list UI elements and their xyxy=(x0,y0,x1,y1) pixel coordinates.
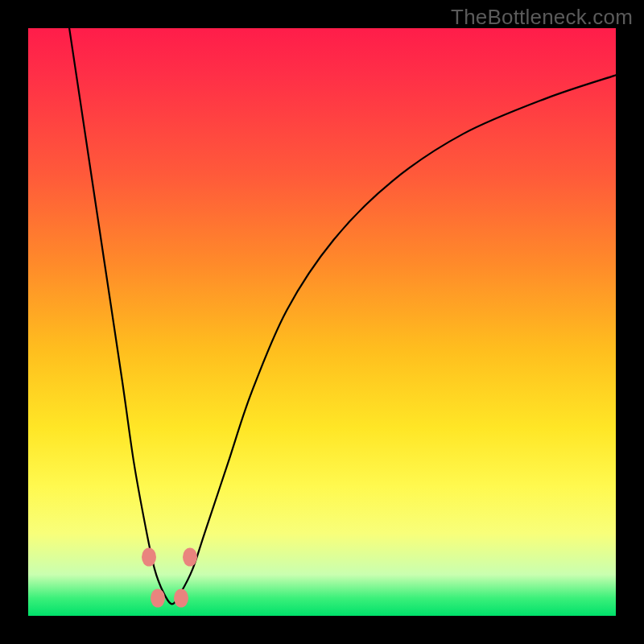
curve-marker xyxy=(174,589,188,608)
curve-marker xyxy=(183,548,197,567)
plot-area xyxy=(28,28,616,616)
chart-frame: TheBottleneck.com xyxy=(0,0,644,644)
curve-markers xyxy=(28,28,616,616)
curve-marker xyxy=(142,548,156,567)
watermark-text: TheBottleneck.com xyxy=(451,5,633,30)
curve-marker xyxy=(151,589,165,608)
